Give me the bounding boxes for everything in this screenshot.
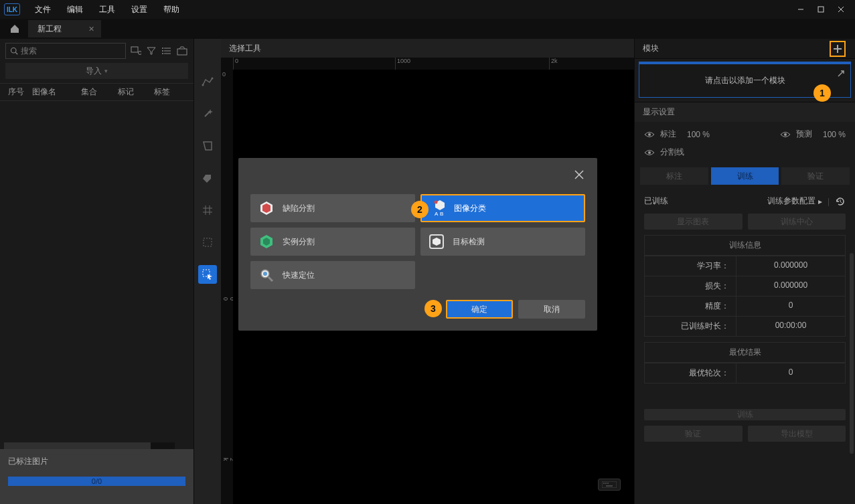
keyboard-shortcut-icon[interactable] (598, 479, 621, 491)
svg-rect-25 (603, 483, 605, 484)
svg-rect-26 (605, 483, 607, 484)
eye-icon[interactable] (644, 147, 655, 158)
svg-point-16 (212, 78, 214, 80)
window-maximize-button[interactable] (811, 0, 831, 19)
project-tabstrip: 新工程 ✕ (0, 19, 855, 39)
tab-close-icon[interactable]: ✕ (88, 25, 94, 33)
train-center-button[interactable]: 训练中心 (748, 214, 846, 230)
import-button[interactable]: 导入 (5, 63, 188, 79)
right-panel-v-scrollbar[interactable] (850, 253, 854, 454)
train-button[interactable]: 训练 (644, 409, 846, 420)
dialog-cancel-button[interactable]: 取消 (518, 300, 585, 319)
svg-marker-47 (433, 238, 441, 246)
annotation-opacity-value: 100 % (687, 130, 710, 139)
window-minimize-button[interactable] (791, 0, 811, 19)
module-option-image-classification[interactable]: 2 AB 图像分类 (420, 194, 585, 222)
export-model-button[interactable]: 导出模型 (748, 426, 846, 442)
dialog-close-button[interactable] (574, 170, 584, 179)
project-tab[interactable]: 新工程 ✕ (28, 20, 101, 37)
prediction-opacity-value: 100 % (823, 130, 846, 139)
col-tag[interactable]: 标签 (151, 86, 188, 98)
camera-icon[interactable] (177, 44, 188, 58)
chevron-right-icon: ▸ (818, 197, 822, 206)
annotation-status-footer: 已标注图片 0/0 (0, 449, 193, 504)
horizontal-ruler: 0 1000 2k (221, 58, 634, 70)
menu-file[interactable]: 文件 (27, 0, 59, 19)
svg-point-12 (162, 50, 163, 52)
menu-help[interactable]: 帮助 (155, 0, 187, 19)
app-menubar: ILK 文件 编辑 工具 设置 帮助 (0, 0, 855, 19)
info-value: 0.000000 (736, 276, 845, 296)
col-mark[interactable]: 标记 (115, 86, 152, 98)
svg-line-50 (268, 277, 273, 281)
menu-edit[interactable]: 编辑 (59, 0, 91, 19)
ruler-tick: 0 (222, 71, 226, 78)
tool-polyline[interactable] (198, 72, 217, 91)
hexagon-red-icon (257, 199, 276, 218)
module-option-defect-segmentation[interactable]: 缺陷分割 (250, 194, 415, 222)
window-close-button[interactable] (831, 0, 851, 19)
display-settings-title: 显示设置 (635, 102, 855, 122)
prediction-visibility-label: 预测 (796, 129, 812, 140)
tab-train[interactable]: 训练 (711, 167, 779, 185)
image-list-h-scrollbar[interactable] (4, 442, 175, 449)
tool-roi-select[interactable] (198, 265, 217, 284)
tool-magic-wand[interactable] (198, 104, 217, 123)
app-logo: ILK (4, 3, 20, 15)
tab-validate[interactable]: 验证 (781, 167, 850, 185)
svg-marker-39 (262, 203, 270, 213)
filter-icon[interactable] (145, 44, 157, 58)
info-value: 0 (736, 363, 845, 383)
svg-point-13 (162, 53, 163, 54)
show-chart-button[interactable]: 显示图表 (644, 214, 743, 230)
col-index[interactable]: 序号 (5, 86, 29, 98)
vertical-toolbar (194, 39, 221, 504)
col-set[interactable]: 集合 (78, 86, 115, 98)
info-value: 0 (736, 296, 845, 316)
home-button[interactable] (4, 19, 25, 39)
search-input-wrapper (5, 43, 126, 59)
module-option-object-detection[interactable]: 目标检测 (420, 228, 585, 256)
tab-annotate[interactable]: 标注 (640, 167, 708, 185)
project-tab-title: 新工程 (37, 23, 62, 35)
menu-tools[interactable]: 工具 (91, 0, 123, 19)
trained-label: 已训练 (644, 195, 668, 207)
info-value: 00:00:00 (736, 316, 845, 336)
train-params-config-link[interactable]: 训练参数配置 (767, 195, 815, 207)
tool-grid[interactable] (198, 201, 217, 220)
module-panel-title: 模块 (643, 43, 830, 54)
svg-line-35 (840, 201, 842, 203)
image-list-header: 序号 图像名 集合 标记 标签 (0, 83, 193, 101)
svg-rect-22 (204, 238, 212, 246)
tutorial-step-2-badge: 2 (411, 201, 429, 218)
dialog-ok-button[interactable]: 确定 (446, 300, 513, 319)
tool-eraser[interactable] (198, 169, 217, 187)
annotation-progress: 0/0 (8, 477, 185, 486)
history-icon[interactable] (835, 196, 846, 207)
module-option-label: 缺陷分割 (283, 203, 315, 214)
module-option-label: 目标检测 (453, 236, 485, 248)
svg-rect-24 (602, 481, 617, 488)
validate-button[interactable]: 验证 (644, 426, 743, 442)
add-module-button[interactable] (830, 41, 846, 57)
module-option-fast-locate[interactable]: 快速定位 (250, 261, 415, 289)
tool-select-rect[interactable] (198, 233, 217, 252)
eye-icon[interactable] (644, 129, 655, 140)
svg-point-41 (435, 201, 438, 204)
search-input[interactable] (21, 46, 121, 56)
tutorial-step-1-badge: 1 (813, 84, 831, 102)
ruler-tick: 1000 (395, 58, 410, 70)
info-label: 已训练时长： (645, 316, 736, 336)
eye-icon[interactable] (780, 129, 791, 140)
svg-point-33 (648, 151, 651, 154)
col-name[interactable]: 图像名 (29, 86, 78, 98)
list-view-icon[interactable] (161, 44, 173, 58)
best-result-table: 最优结果 最优轮次：0 (644, 342, 846, 384)
tool-polygon[interactable] (198, 137, 217, 155)
svg-rect-28 (606, 485, 613, 487)
ruler-tick: 0 (233, 58, 238, 70)
module-option-instance-segmentation[interactable]: 实例分割 (250, 228, 415, 256)
tutorial-step-3-badge: 3 (424, 300, 442, 317)
menu-settings[interactable]: 设置 (123, 0, 155, 19)
image-settings-icon[interactable] (130, 44, 141, 58)
